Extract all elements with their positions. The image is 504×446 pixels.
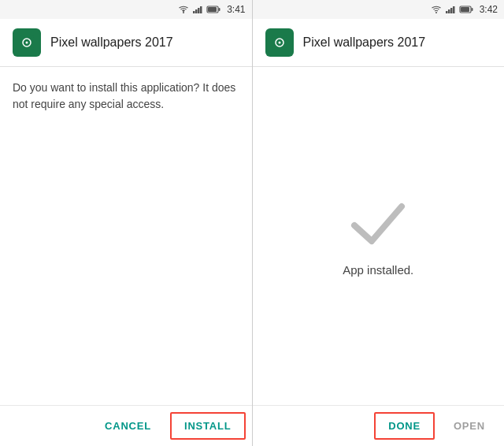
wifi-icon bbox=[178, 5, 189, 14]
svg-rect-18 bbox=[461, 7, 469, 12]
time-right: 3:42 bbox=[480, 4, 498, 15]
status-icons-left bbox=[178, 5, 220, 14]
svg-point-0 bbox=[183, 12, 184, 13]
svg-point-10 bbox=[26, 42, 28, 44]
installed-action-bar: DONE OPEN bbox=[253, 405, 505, 446]
app-title-left: Pixel wallpapers 2017 bbox=[50, 35, 173, 50]
status-icons-right bbox=[431, 5, 473, 14]
battery-icon-right bbox=[459, 5, 473, 14]
signal-icon-right bbox=[445, 5, 456, 14]
svg-rect-1 bbox=[193, 11, 195, 13]
done-button[interactable]: DONE bbox=[374, 412, 435, 440]
svg-rect-6 bbox=[219, 8, 220, 11]
install-action-bar: CANCEL INSTALL bbox=[0, 405, 252, 446]
install-description: Do you want to install this application?… bbox=[13, 80, 239, 113]
svg-point-11 bbox=[435, 12, 437, 13]
install-content: Do you want to install this application?… bbox=[0, 67, 252, 405]
battery-icon bbox=[206, 5, 220, 14]
app-header-left: Pixel wallpapers 2017 bbox=[0, 19, 252, 67]
svg-point-21 bbox=[278, 42, 280, 44]
open-button[interactable]: OPEN bbox=[441, 414, 498, 438]
install-button[interactable]: INSTALL bbox=[170, 412, 246, 440]
installed-text: App installed. bbox=[343, 263, 413, 277]
svg-rect-14 bbox=[450, 8, 453, 13]
svg-rect-17 bbox=[471, 8, 472, 11]
svg-rect-13 bbox=[448, 9, 450, 13]
app-icon-left bbox=[13, 28, 41, 57]
svg-rect-7 bbox=[208, 7, 217, 12]
installed-content: App installed. bbox=[253, 67, 505, 405]
time-left: 3:41 bbox=[227, 4, 245, 15]
status-bar-left: 3:41 bbox=[0, 0, 252, 19]
svg-rect-3 bbox=[198, 8, 200, 13]
app-title-right: Pixel wallpapers 2017 bbox=[303, 35, 426, 50]
svg-rect-12 bbox=[446, 11, 448, 13]
app-icon-svg-right bbox=[271, 34, 288, 51]
app-icon-svg bbox=[18, 34, 35, 51]
svg-rect-4 bbox=[200, 6, 202, 13]
signal-icon bbox=[192, 5, 203, 14]
install-screen: 3:41 Pixel wallpapers 2017 Do you want t… bbox=[0, 0, 252, 446]
checkmark-icon bbox=[346, 195, 410, 251]
app-header-right: Pixel wallpapers 2017 bbox=[253, 19, 505, 67]
cancel-button[interactable]: CANCEL bbox=[92, 414, 164, 438]
svg-rect-15 bbox=[453, 6, 455, 13]
installed-screen: 3:42 Pixel wallpapers 2017 App installed… bbox=[253, 0, 505, 446]
status-bar-right: 3:42 bbox=[253, 0, 505, 19]
wifi-icon-right bbox=[431, 5, 442, 14]
svg-rect-2 bbox=[195, 9, 198, 13]
app-icon-right bbox=[265, 28, 294, 57]
